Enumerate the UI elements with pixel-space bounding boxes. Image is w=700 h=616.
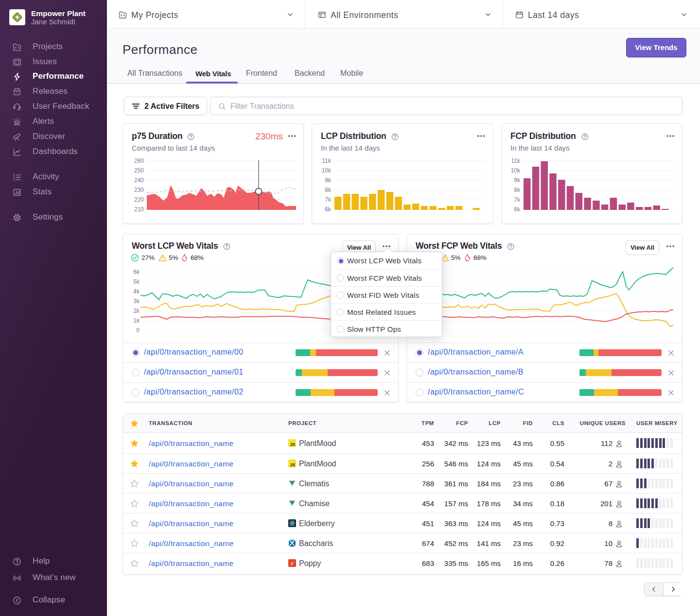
svg-text:4k: 4k	[133, 288, 140, 295]
svg-text:1k: 1k	[133, 317, 140, 324]
svg-text:10k: 10k	[322, 167, 332, 174]
svg-text:220: 220	[134, 196, 144, 203]
svg-text:7k: 7k	[514, 196, 521, 203]
svg-text:3k: 3k	[133, 298, 140, 305]
svg-text:JS: JS	[290, 462, 295, 467]
svg-text:240: 240	[134, 177, 144, 184]
svg-text:6k: 6k	[325, 206, 332, 213]
svg-text:260: 260	[134, 157, 144, 164]
svg-text:JS: JS	[290, 442, 295, 447]
svg-text:9k: 9k	[514, 177, 521, 184]
svg-text:2k: 2k	[133, 308, 140, 314]
svg-text:8k: 8k	[514, 187, 521, 193]
svg-text:11k: 11k	[322, 157, 332, 164]
svg-text:250: 250	[134, 167, 144, 174]
svg-text:10k: 10k	[511, 167, 521, 174]
svg-text:11k: 11k	[511, 157, 521, 164]
svg-text:0: 0	[136, 327, 140, 334]
svg-text:7k: 7k	[325, 196, 332, 203]
svg-text:6k: 6k	[133, 269, 140, 275]
svg-text:e: e	[291, 560, 294, 566]
svg-text:210: 210	[134, 206, 144, 213]
svg-text:8k: 8k	[325, 187, 332, 193]
svg-text:9k: 9k	[325, 177, 332, 184]
svg-text:230: 230	[134, 187, 144, 193]
svg-text:6k: 6k	[514, 206, 521, 213]
svg-text:5k: 5k	[133, 278, 140, 285]
